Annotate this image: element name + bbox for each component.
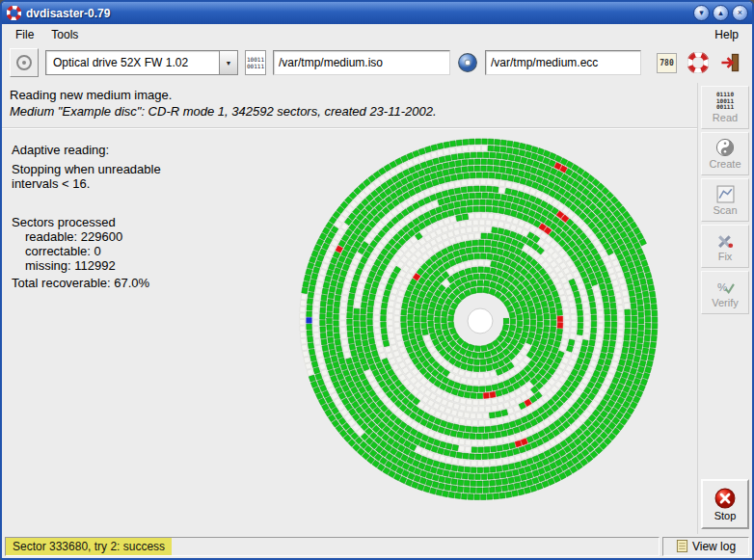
readable-value: 229600 [81,229,122,244]
lifebuoy-icon [7,6,21,20]
stop-button-label: Stop [714,510,737,521]
readable-label: readable: [25,229,77,244]
preferences-button[interactable]: 780 [656,52,678,74]
svg-text:%: % [717,280,727,292]
correctable-value: 0 [94,244,101,258]
fix-button[interactable]: Fix [701,225,749,268]
minimize-button[interactable]: ▾ [693,5,710,21]
toolbar-right-group: 780 [656,51,744,74]
drive-icon [15,54,33,71]
menubar: File Tools Help [2,24,752,44]
iso-path-input[interactable] [273,50,450,75]
status-panel: Sector 333680, try 2: success [5,537,660,556]
menu-file[interactable]: File [7,26,42,43]
drive-combobox[interactable]: Optical drive 52X FW 1.02 ▼ [45,50,238,75]
status-message: Sector 333680, try 2: success [6,538,172,555]
stop-button[interactable]: Stop [701,479,749,529]
app-window: dvdisaster-0.79 ▾ ▴ × File Tools Help Op… [0,0,754,560]
stop-icon [714,488,736,509]
menu-tools[interactable]: Tools [42,26,87,43]
create-button[interactable]: Create [701,132,749,175]
read-button-label: Read [713,112,738,123]
statusbar: Sector 333680, try 2: success View log [2,534,752,558]
total-recoverable-row: Total recoverable: 67.0% [12,276,264,290]
view-log-label: View log [692,540,736,553]
chevron-down-icon[interactable]: ▼ [219,50,238,75]
missing-label: missing: [25,258,71,273]
close-button[interactable]: × [732,5,748,21]
menu-help[interactable]: Help [706,26,747,43]
correctable-row: correctable: 0 [12,244,264,258]
action-sidebar: 01110 10011 00111 Read Create Scan [697,83,752,534]
sectors-processed-title: Sectors processed [12,215,264,229]
quit-icon [719,52,741,73]
lifebuoy-icon [687,52,709,73]
reading-status-panel: Adaptive reading: Stopping when unreadab… [12,143,264,290]
missing-row: missing: 112992 [12,258,264,273]
disc-spiral-visualization [278,119,683,523]
yin-yang-icon [715,138,735,157]
verify-button-label: Verify [712,297,739,308]
stopping-line-1: Stopping when unreadable [12,162,264,176]
scan-chart-icon [716,185,735,203]
iso-file-icon: 10011 00111 [245,50,266,75]
cd-icon [457,52,478,73]
read-button[interactable]: 01110 10011 00111 Read [701,86,749,129]
quit-button[interactable] [718,51,741,74]
titlebar[interactable]: dvdisaster-0.79 ▾ ▴ × [2,2,752,24]
stopping-line-2: intervals < 16. [12,176,264,191]
readable-row: readable: 229600 [12,229,264,244]
adaptive-reading-label: Adaptive reading: [12,143,264,157]
window-title: dvdisaster-0.79 [26,7,690,20]
status-heading: Reading new medium image. [10,88,172,102]
medium-info: Medium "Example disc": CD-R mode 1, 3425… [10,104,437,119]
fix-tools-icon [716,231,735,250]
fix-button-label: Fix [718,251,733,262]
maximize-button[interactable]: ▴ [713,5,729,21]
drive-select-button[interactable] [10,48,39,77]
log-icon [676,539,688,553]
iso-icon-line1: 10011 [247,56,264,63]
app-icon [6,6,21,21]
preferences-icon: 780 [657,53,677,73]
ecc-file-icon [457,52,478,73]
correctable-label: correctable: [25,244,91,258]
scan-button-label: Scan [713,204,737,216]
read-icon: 01110 10011 00111 [716,92,734,111]
toolbar: Optical drive 52X FW 1.02 ▼ 10011 00111 … [2,44,752,81]
iso-icon-line2: 00111 [247,63,264,69]
help-button[interactable] [687,51,710,74]
scan-button[interactable]: Scan [701,178,749,222]
view-log-button[interactable]: View log [662,537,749,556]
drive-combobox-value: Optical drive 52X FW 1.02 [45,50,219,75]
total-recoverable-label: Total recoverable: [12,276,111,290]
ecc-path-input[interactable] [485,50,641,75]
create-button-label: Create [709,158,741,170]
verify-button[interactable]: % Verify [701,271,749,314]
total-recoverable-value: 67.0% [114,276,149,290]
verify-icon: % [716,278,735,296]
missing-value: 112992 [74,258,115,273]
read-icon-line3: 00111 [716,104,734,111]
